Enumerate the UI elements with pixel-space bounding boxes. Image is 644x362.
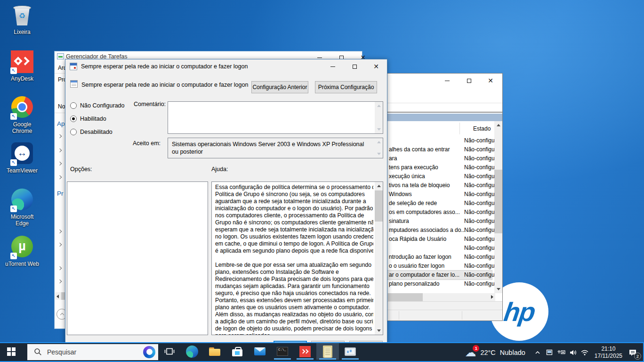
task-view-button[interactable] (158, 343, 181, 360)
policy-row[interactable]: o o usuário fizer logon Não-configu (387, 262, 492, 271)
policy-row[interactable]: Não-configu (387, 136, 492, 145)
policy-setting-name: Sempre esperar pela rede ao iniciar o co… (81, 82, 248, 88)
radio-button[interactable] (70, 102, 77, 109)
taskbar-clock[interactable]: 21:10 17/11/2025 (595, 346, 622, 360)
policy-row[interactable]: ntrodução ao fazer logon Não-configu (387, 253, 492, 262)
desktop-icon-teamviewer[interactable]: ↔ ↖ TeamViewer (1, 141, 43, 174)
scrollbar-thumb[interactable] (388, 293, 423, 301)
search-placeholder: Pesquisar (47, 348, 76, 356)
hidden-icons-chevron[interactable] (532, 346, 544, 358)
policy-row[interactable]: sinatura Não-configu (387, 217, 492, 226)
taskbar-store-button[interactable] (226, 343, 249, 360)
network-tray-icon[interactable] (579, 346, 591, 358)
desktop-icon-chrome[interactable]: ↖ Google Chrome (1, 95, 43, 134)
wifi-icon (580, 349, 589, 356)
scroll-down-icon[interactable] (377, 329, 381, 332)
vertical-scrollbar[interactable] (494, 121, 502, 293)
safely-remove-hardware-tray-icon[interactable] (555, 346, 567, 358)
action-center-button[interactable]: 2 (626, 346, 640, 359)
policy-row[interactable]: os em computadores asso... Não-configu (387, 208, 492, 217)
horizontal-scrollbar[interactable] (387, 293, 495, 301)
policy-row[interactable]: alhes da conta ao entrar Não-configu (387, 145, 492, 154)
radio-button[interactable] (70, 115, 77, 122)
close-button[interactable]: ✕ (480, 74, 501, 87)
desktop-icon-recycle-bin[interactable]: ♻ Lixeira (1, 4, 43, 35)
policy-row[interactable]: mputadores associados a do... Não-config… (387, 226, 492, 235)
radio-option[interactable]: Habilitado (70, 112, 125, 125)
minimize-button[interactable] (436, 74, 458, 87)
close-button[interactable]: ✕ (365, 60, 387, 73)
vertical-scrollbar[interactable] (375, 182, 383, 335)
anydesk-chevron-icon (21, 57, 29, 65)
policy-row[interactable]: de seleção de rede Não-configu (387, 199, 492, 208)
scroll-left-icon[interactable] (56, 295, 59, 298)
next-setting-button[interactable]: Próxima Configuração (315, 81, 377, 93)
maximize-button[interactable] (344, 60, 365, 73)
scroll-up-icon (377, 105, 381, 107)
taskbar-search-input[interactable]: Pesquisar (27, 344, 158, 360)
maximize-button[interactable] (458, 74, 480, 87)
display-icon (546, 349, 553, 356)
volume-tray-icon[interactable] (567, 346, 579, 358)
help-panel[interactable]: Essa configuração de política determina … (211, 181, 383, 335)
policy-row[interactable]: Windows Não-configu (387, 190, 492, 199)
display-tray-icon[interactable] (544, 346, 555, 358)
column-header-estado[interactable]: Estado (473, 125, 491, 132)
windows-logo-icon (7, 347, 16, 356)
scroll-up-icon[interactable] (497, 124, 500, 126)
radio-button[interactable] (70, 129, 77, 135)
weather-widget[interactable]: ☁ 1 22°C Nublado (465, 347, 525, 358)
policy-row[interactable]: plano personalizado Não-configu (387, 280, 492, 288)
scrollbar-thumb[interactable] (375, 190, 383, 222)
scroll-right-icon[interactable] (491, 295, 493, 299)
policy-name: oca Rápida de Usuário (389, 235, 446, 244)
taskbar-edge-button[interactable] (181, 343, 203, 360)
desktop-icon-label: TeamViewer (1, 167, 43, 174)
expand-chevron-icon[interactable] (58, 243, 62, 247)
horizontal-scrollbar[interactable] (55, 292, 66, 300)
dialog-titlebar[interactable]: Sempre esperar pela rede ao iniciar o co… (65, 59, 387, 74)
supported-on-value: Sistemas operacionais Windows Server 200… (168, 138, 383, 156)
state-radio-group: Não Configurado Habilitado Desabilitado (70, 99, 125, 139)
vertical-scrollbar[interactable] (375, 102, 383, 133)
previous-setting-button[interactable]: Configuração Anterior (251, 81, 308, 93)
policy-row[interactable]: xecução única Não-configu (387, 172, 492, 181)
help-line: nos computadores cliente, o processament… (215, 212, 373, 219)
taskbar-file-explorer-button[interactable] (203, 343, 226, 360)
taskbar-cmd-button[interactable]: C:\_ (271, 343, 294, 360)
expand-chevron-icon[interactable] (58, 134, 62, 138)
scroll-up-icon[interactable] (377, 185, 381, 187)
radio-option[interactable]: Desabilitado (70, 125, 125, 139)
taskbar-gpedit-button[interactable] (316, 343, 339, 360)
policy-row[interactable]: tens para execução Não-configu (387, 163, 492, 172)
policy-row[interactable]: tivos na tela de bloqueio Não-configu (387, 181, 492, 190)
policy-row[interactable]: oca Rápida de Usuário Não-configu (387, 235, 492, 244)
copilot-icon[interactable] (143, 346, 155, 358)
minimize-button[interactable] (322, 60, 344, 73)
comment-textarea[interactable] (168, 101, 383, 134)
expand-chevron-icon[interactable] (58, 266, 62, 270)
expand-chevron-icon[interactable] (58, 230, 62, 233)
scroll-down-icon[interactable] (497, 288, 500, 290)
desktop-icon-utorrent[interactable]: µ ↖ uTorrent Web (1, 235, 43, 267)
desktop-icon-anydesk[interactable]: ↖ AnyDesk (1, 50, 43, 82)
scrollbar-thumb[interactable] (494, 170, 502, 233)
start-button[interactable] (0, 343, 23, 360)
expand-chevron-icon[interactable] (58, 280, 62, 283)
expand-chevron-icon[interactable] (58, 175, 62, 179)
policy-row[interactable]: Não-configu (387, 244, 492, 253)
expand-chevron-icon[interactable] (58, 148, 62, 152)
radio-option[interactable]: Não Configurado (70, 99, 125, 112)
radio-label: Desabilitado (80, 129, 113, 135)
clock-date: 17/11/2025 (595, 353, 622, 360)
policy-name: ntrodução ao fazer logon (389, 253, 451, 262)
desktop-icon-edge[interactable]: ↖ Microsoft Edge (1, 188, 43, 227)
policy-row[interactable]: ar o computador e fazer lo... Não-config… (387, 271, 492, 280)
taskbar-mail-button[interactable] (249, 343, 271, 360)
help-line: Política de Grupo é síncrono (ou seja, s… (215, 191, 373, 198)
policy-row[interactable]: ara Não-configu (387, 154, 492, 163)
taskbar-anydesk-button[interactable] (294, 343, 316, 360)
taskbar-task-manager-button[interactable] (339, 343, 362, 360)
desktop-icon-label: Google Chrome (8, 121, 37, 134)
expand-chevron-icon[interactable] (58, 162, 62, 165)
